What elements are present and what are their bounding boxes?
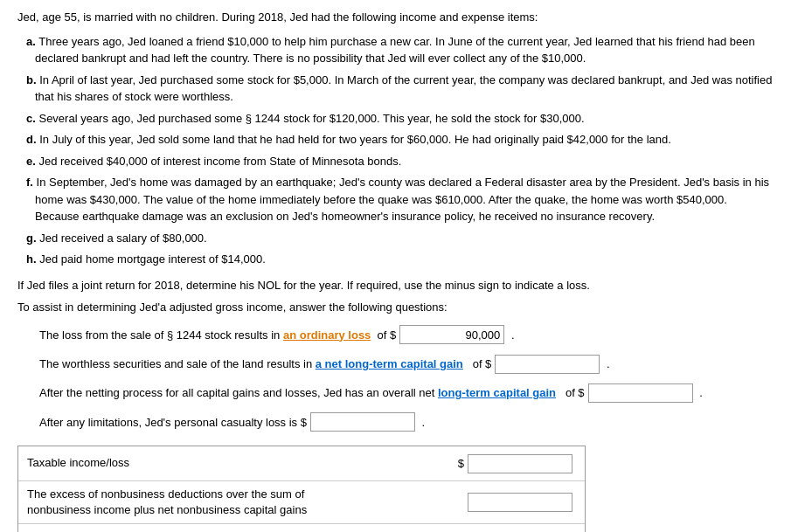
bullet4-suffix: .	[419, 412, 425, 432]
list-item-f: f. In September, Jed's home was damaged …	[26, 174, 774, 225]
list-item-c: c. Several years ago, Jed purchased some…	[26, 110, 774, 128]
nol-instruction: If Jed files a joint return for 2018, de…	[17, 277, 774, 294]
list-item-a: a. Three years ago, Jed loaned a friend …	[26, 33, 774, 67]
bullet-item-4: After any limitations, Jed's personal ca…	[39, 412, 774, 432]
bullet-item-3: After the netting process for all capita…	[39, 383, 774, 403]
bullet2-input[interactable]	[495, 355, 600, 374]
table-label-taxable: Taxable income/loss	[27, 455, 449, 471]
table-input-nonbusiness[interactable]	[468, 493, 572, 512]
list-item-g: g. Jed received a salary of $80,000.	[26, 230, 774, 247]
bullet1-highlight: an ordinary loss	[283, 325, 371, 345]
bullet2-prefix: The worthless securities and sale of the…	[39, 354, 316, 374]
bullet-item-2: The worthless securities and sale of the…	[39, 354, 774, 374]
bullet2-highlight: a net long-term capital gain	[316, 354, 463, 374]
table-input-group-1: $	[458, 454, 576, 473]
table-row-nol: Net operating loss $	[18, 524, 585, 532]
table-row-nonbusiness: The excess of nonbusiness deductions ove…	[18, 481, 585, 524]
agi-instruction: To assist in determining Jed'a adjusted …	[17, 299, 774, 316]
bullet1-input[interactable]	[399, 325, 504, 344]
list-item-h: h. Jed paid home mortgage interest of $1…	[26, 251, 774, 268]
list-item-b: b. In April of last year, Jed purchased …	[26, 72, 774, 106]
bullet3-prefix: After the netting process for all capita…	[39, 383, 438, 403]
bullet4-input[interactable]	[310, 412, 415, 432]
dollar-sign-1: $	[458, 457, 464, 470]
bullet1-middle: of $	[371, 325, 396, 345]
list-item-d: d. In July of this year, Jed sold some l…	[26, 131, 774, 149]
bullet3-input[interactable]	[588, 383, 693, 403]
nol-table: Taxable income/loss $ The excess of nonb…	[17, 446, 586, 532]
bullet4-prefix: After any limitations, Jed's personal ca…	[39, 412, 307, 432]
bullet-item-1: The loss from the sale of § 1244 stock r…	[39, 325, 774, 345]
question-section: If Jed files a joint return for 2018, de…	[17, 277, 774, 316]
intro-text: Jed, age 55, is married with no children…	[17, 9, 774, 26]
bullet3-highlight: long-term capital gain	[438, 383, 556, 403]
bullet2-middle: of $	[463, 354, 492, 374]
bullet2-suffix: .	[603, 354, 609, 374]
table-input-taxable[interactable]	[468, 454, 572, 473]
table-input-group-2	[464, 493, 576, 512]
table-label-nonbusiness: The excess of nonbusiness deductions ove…	[27, 487, 455, 518]
item-list: a. Three years ago, Jed loaned a friend …	[17, 33, 774, 268]
list-item-e: e. Jed received $40,000 of interest inco…	[26, 153, 774, 170]
bullet3-suffix: .	[697, 383, 703, 403]
bullet1-suffix: .	[508, 325, 514, 345]
table-row-taxable-income: Taxable income/loss $	[18, 446, 585, 481]
bullet-questions: The loss from the sale of § 1244 stock r…	[17, 325, 774, 433]
bullet1-prefix: The loss from the sale of § 1244 stock r…	[39, 325, 283, 345]
bullet3-middle: of $	[556, 383, 585, 403]
